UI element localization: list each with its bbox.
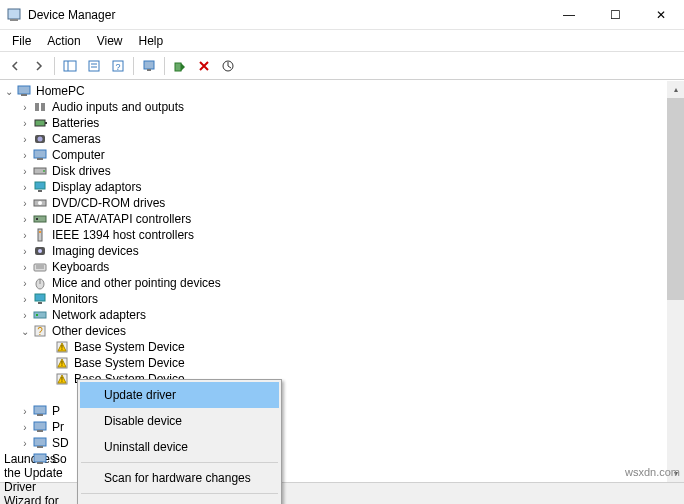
chevron-icon[interactable]: ⌄ — [18, 324, 32, 338]
tree-device[interactable]: !Base System Device — [0, 355, 684, 371]
chevron-icon[interactable]: › — [18, 452, 32, 466]
menu-action[interactable]: Action — [39, 32, 88, 50]
chevron-icon[interactable]: › — [18, 308, 32, 322]
properties-button[interactable] — [83, 55, 105, 77]
back-button[interactable] — [4, 55, 26, 77]
tree-category[interactable]: ›Batteries — [0, 115, 684, 131]
chevron-icon[interactable]: › — [18, 116, 32, 130]
chevron-icon[interactable]: › — [18, 292, 32, 306]
tree-category[interactable]: ›IEEE 1394 host controllers — [0, 227, 684, 243]
help-button[interactable]: ? — [107, 55, 129, 77]
maximize-button[interactable]: ☐ — [592, 0, 638, 30]
chevron-icon[interactable]: › — [18, 132, 32, 146]
svg-rect-59 — [34, 438, 46, 446]
vertical-scrollbar[interactable]: ▴ ▾ — [667, 81, 684, 482]
svg-rect-30 — [36, 218, 38, 220]
svg-text:!: ! — [61, 360, 63, 367]
ctx-update-driver[interactable]: Update driver — [80, 382, 279, 408]
tree-category[interactable]: ›Computer — [0, 147, 684, 163]
svg-rect-22 — [37, 158, 43, 160]
context-menu-separator — [81, 493, 278, 494]
tree-category[interactable]: ›DVD/CD-ROM drives — [0, 195, 684, 211]
tree-category[interactable]: ›Imaging devices — [0, 243, 684, 259]
ctx-scan-hardware[interactable]: Scan for hardware changes — [80, 465, 279, 491]
tree-category[interactable]: ›Mice and other pointing devices — [0, 275, 684, 291]
ctx-uninstall-device[interactable]: Uninstall device — [80, 434, 279, 460]
show-hide-button[interactable] — [59, 55, 81, 77]
category-label: DVD/CD-ROM drives — [52, 196, 165, 210]
svg-text:?: ? — [115, 62, 120, 72]
titlebar: Device Manager — ☐ ✕ — [0, 0, 684, 30]
category-label: Pr — [52, 420, 64, 434]
chevron-icon[interactable]: › — [18, 148, 32, 162]
close-button[interactable]: ✕ — [638, 0, 684, 30]
chevron-icon[interactable]: › — [18, 276, 32, 290]
chevron-icon[interactable]: › — [18, 260, 32, 274]
tree-category[interactable]: ⌄?Other devices — [0, 323, 684, 339]
computer-icon — [16, 83, 32, 99]
minimize-button[interactable]: — — [546, 0, 592, 30]
svg-rect-13 — [18, 86, 30, 94]
svg-rect-40 — [35, 294, 45, 301]
tree-root[interactable]: ⌄ HomePC — [0, 83, 684, 99]
menu-view[interactable]: View — [89, 32, 131, 50]
tree-category[interactable]: ›Monitors — [0, 291, 684, 307]
chevron-icon[interactable]: › — [18, 180, 32, 194]
chevron-icon[interactable]: › — [18, 244, 32, 258]
svg-rect-11 — [175, 63, 181, 71]
chevron-icon[interactable]: › — [18, 436, 32, 450]
svg-rect-41 — [38, 302, 42, 304]
ctx-disable-device[interactable]: Disable device — [80, 408, 279, 434]
svg-rect-4 — [89, 61, 99, 71]
svg-rect-62 — [37, 462, 43, 464]
tree-category[interactable]: ›Display adaptors — [0, 179, 684, 195]
scrollbar-track[interactable] — [667, 98, 684, 465]
watermark: wsxdn.com — [625, 466, 680, 478]
category-icon — [32, 99, 48, 115]
chevron-down-icon[interactable]: ⌄ — [2, 84, 16, 98]
category-label: Mice and other pointing devices — [52, 276, 221, 290]
ctx-properties[interactable]: Properties — [80, 496, 279, 504]
menu-help[interactable]: Help — [131, 32, 172, 50]
chevron-icon[interactable]: › — [18, 404, 32, 418]
scroll-up-button[interactable]: ▴ — [667, 81, 684, 98]
chevron-icon[interactable]: › — [18, 196, 32, 210]
tree-category[interactable]: ›Keyboards — [0, 259, 684, 275]
scrollbar-thumb[interactable] — [667, 98, 684, 300]
forward-button[interactable] — [28, 55, 50, 77]
category-icon — [32, 275, 48, 291]
svg-point-32 — [39, 231, 41, 233]
category-label: Audio inputs and outputs — [52, 100, 184, 114]
tree-category[interactable]: ›IDE ATA/ATAPI controllers — [0, 211, 684, 227]
svg-point-28 — [38, 201, 42, 205]
category-icon — [32, 243, 48, 259]
uninstall-button[interactable] — [193, 55, 215, 77]
scan-button[interactable] — [217, 55, 239, 77]
category-label: Imaging devices — [52, 244, 139, 258]
category-icon — [32, 451, 48, 467]
chevron-icon[interactable]: › — [18, 420, 32, 434]
chevron-icon[interactable]: › — [18, 228, 32, 242]
category-label: SD — [52, 436, 69, 450]
menu-file[interactable]: File — [4, 32, 39, 50]
enable-button[interactable] — [169, 55, 191, 77]
warning-device-icon: ! — [54, 371, 70, 387]
chevron-icon[interactable]: › — [18, 212, 32, 226]
warning-device-icon: ! — [54, 355, 70, 371]
chevron-icon[interactable]: › — [18, 164, 32, 178]
svg-rect-17 — [35, 120, 45, 126]
chevron-icon[interactable]: › — [18, 100, 32, 114]
svg-point-20 — [38, 137, 43, 142]
svg-point-24 — [43, 170, 45, 172]
category-icon — [32, 179, 48, 195]
toolbar-separator — [54, 57, 55, 75]
tree-category[interactable]: ›Audio inputs and outputs — [0, 99, 684, 115]
tree-category[interactable]: ›Disk drives — [0, 163, 684, 179]
tree-category[interactable]: ›Network adapters — [0, 307, 684, 323]
computer-button[interactable] — [138, 55, 160, 77]
toolbar-separator — [133, 57, 134, 75]
device-label: Base System Device — [74, 356, 185, 370]
svg-rect-26 — [38, 190, 42, 192]
tree-category[interactable]: ›Cameras — [0, 131, 684, 147]
tree-device[interactable]: !Base System Device — [0, 339, 684, 355]
